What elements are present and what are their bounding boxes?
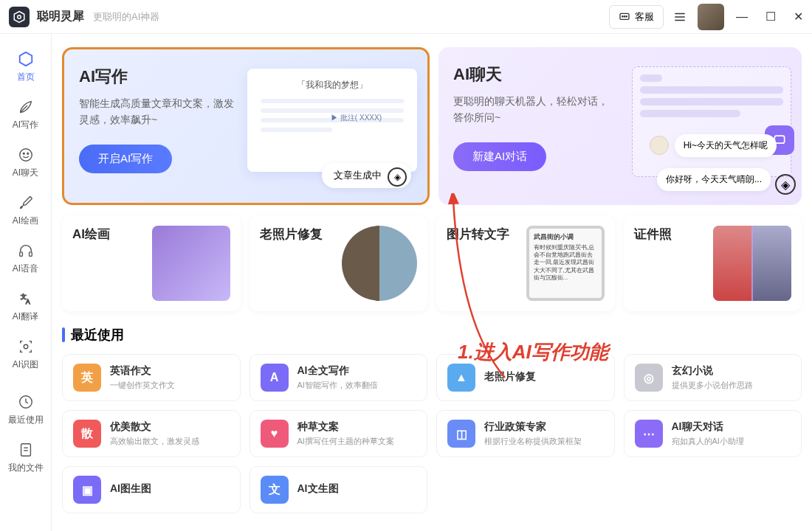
section-title-recent: 最近使用	[71, 326, 124, 344]
user-avatar[interactable]	[698, 4, 724, 30]
svg-point-1	[18, 15, 21, 18]
recent-icon: ▲	[447, 364, 475, 392]
history-icon	[17, 393, 35, 411]
feature-card-draw[interactable]: AI绘画	[62, 215, 241, 311]
feature-row: AI绘画 老照片修复 图片转文字 武昌街的小调 有时候到重庆随买书,总会不自觉地…	[62, 215, 802, 311]
svg-point-12	[23, 153, 24, 154]
sidebar-item-translate[interactable]: 文AAI翻译	[0, 282, 51, 330]
headphone-icon	[17, 242, 35, 260]
feature-card-ocr[interactable]: 图片转文字 武昌街的小调 有时候到重庆随买书,总会不自觉地跑武昌街去走一回,最近…	[436, 215, 615, 311]
recent-title: 行业政策专家	[484, 420, 582, 434]
recent-title: AI图生图	[110, 482, 151, 496]
chat-mock	[632, 66, 791, 177]
recent-title: 种草文案	[297, 420, 394, 434]
recent-icon: ⋯	[635, 420, 663, 448]
recent-card[interactable]: 散 优美散文 高效输出散文，激发灵感	[62, 410, 241, 457]
svg-rect-15	[29, 252, 32, 257]
recent-card[interactable]: ◫ 行业政策专家 根据行业名称提供政策框架	[436, 410, 615, 457]
recent-card[interactable]: ▲ 老照片修复	[436, 354, 615, 401]
sidebar-item-chat[interactable]: AI聊天	[0, 139, 51, 187]
feature-card-photo-restore[interactable]: 老照片修复	[250, 215, 428, 311]
sidebar: 首页 AI写作 AI聊天 AI绘画 AI语音 文AAI翻译 AI识图 最近使用 …	[0, 34, 52, 531]
cs-label: 客服	[635, 10, 654, 24]
recent-desc: AI撰写任何主题的种草文案	[297, 436, 394, 447]
tagline: 更聪明的AI神器	[93, 10, 159, 24]
recent-card[interactable]: ◎ 玄幻小说 提供更多小说创作思路	[624, 354, 802, 401]
sidebar-item-draw[interactable]: AI绘画	[0, 187, 51, 235]
app-logo	[9, 7, 30, 27]
feature-card-idphoto[interactable]: 证件照	[624, 215, 802, 311]
feather-icon	[17, 98, 35, 116]
svg-point-18	[24, 344, 28, 349]
photo-thumb	[342, 226, 417, 301]
scan-icon	[17, 338, 35, 355]
sidebar-item-writing[interactable]: AI写作	[0, 91, 51, 139]
recent-icon: ◫	[447, 420, 475, 448]
recent-card[interactable]: 英 英语作文 一键创作英文作文	[62, 354, 241, 401]
svg-point-4	[624, 15, 625, 16]
recent-icon: ▣	[73, 476, 101, 504]
new-chat-button[interactable]: 新建AI对话	[453, 142, 546, 171]
recent-card[interactable]: ⋯ AI聊天对话 宛如真人的AI小助理	[624, 410, 802, 457]
recent-desc: 提供更多小说创作思路	[672, 380, 753, 391]
svg-point-11	[19, 149, 32, 162]
svg-marker-9	[19, 52, 32, 66]
hamburger-menu-button[interactable]	[671, 8, 689, 26]
chat-bubble-user: Hi~今天的天气怎样呢	[675, 134, 777, 157]
sidebar-item-ocr[interactable]: AI识图	[0, 330, 51, 378]
recent-card[interactable]: ▣ AI图生图	[62, 466, 241, 513]
recent-desc: AI智能写作，效率翻倍	[297, 380, 378, 391]
draw-thumb	[152, 226, 230, 301]
recent-desc: 一键创作英文作文	[110, 380, 175, 391]
translate-icon: 文A	[17, 290, 35, 308]
hero-card-writing[interactable]: AI写作 智能生成高质量文章和文案，激发灵感，效率飙升~ 开启AI写作 AI 「…	[62, 47, 430, 205]
recent-icon: ♥	[261, 420, 289, 448]
main-content: AI写作 智能生成高质量文章和文案，激发灵感，效率飙升~ 开启AI写作 AI 「…	[52, 34, 812, 531]
svg-rect-14	[19, 252, 22, 257]
sidebar-item-recent[interactable]: 最近使用	[0, 386, 51, 434]
maximize-button[interactable]: ☐	[765, 10, 776, 24]
recent-icon: 散	[73, 420, 101, 448]
titlebar: 聪明灵犀 更聪明的AI神器 客服 — ☐ ✕	[0, 0, 812, 34]
recent-title: 优美散文	[110, 420, 199, 434]
customer-service-button[interactable]: 客服	[609, 5, 664, 29]
recent-title: AI聊天对话	[672, 420, 744, 434]
chat-icon	[619, 11, 630, 23]
recent-icon: 英	[73, 364, 101, 392]
brush-icon	[17, 194, 35, 212]
minimize-button[interactable]: —	[736, 10, 748, 24]
generating-chip: 文章生成中 ◈	[322, 163, 411, 188]
recent-icon: A	[261, 364, 289, 392]
recent-desc: 根据行业名称提供政策框架	[484, 436, 582, 447]
recent-card[interactable]: ♥ 种草文案 AI撰写任何主题的种草文案	[250, 410, 428, 457]
logo-mini-icon: ◈	[775, 174, 796, 195]
sidebar-item-voice[interactable]: AI语音	[0, 235, 51, 282]
chat-bubble-reply: 你好呀，今天天气晴朗...	[657, 168, 771, 191]
sidebar-item-files[interactable]: 我的文件	[0, 434, 51, 482]
sidebar-item-home[interactable]: 首页	[0, 43, 51, 91]
hero-writing-desc: 智能生成高质量文章和文案，激发灵感，效率飙升~	[79, 95, 234, 128]
hero-chat-desc: 更聪明的聊天机器人，轻松对话，答你所问~	[453, 93, 608, 126]
recent-title: 玄幻小说	[672, 364, 753, 378]
ocr-thumb: 武昌街的小调 有时候到重庆随买书,总会不自觉地跑武昌街去走一回,最近发现武昌街大…	[526, 226, 605, 301]
recent-desc: 宛如真人的AI小助理	[672, 436, 744, 447]
svg-text:A: A	[26, 298, 30, 305]
recent-card[interactable]: A AI全文写作 AI智能写作，效率翻倍	[250, 354, 428, 401]
app-name: 聪明灵犀	[37, 9, 84, 24]
file-icon	[17, 441, 35, 459]
hero-card-chat[interactable]: AI聊天 更聪明的聊天机器人，轻松对话，答你所问~ 新建AI对话 Hi~今天的天…	[438, 47, 802, 205]
menu-icon	[673, 10, 687, 24]
start-writing-button[interactable]: 开启AI写作	[79, 145, 172, 173]
svg-point-5	[626, 15, 627, 16]
svg-point-3	[622, 15, 623, 16]
window-controls: — ☐ ✕	[736, 10, 803, 24]
recent-icon: 文	[261, 476, 289, 504]
logo-mini-icon: ◈	[388, 167, 407, 187]
section-head-recent: 最近使用	[62, 326, 802, 344]
recent-desc: 高效输出散文，激发灵感	[110, 436, 199, 447]
recent-card[interactable]: 文 AI文生图	[250, 466, 428, 513]
home-icon	[17, 50, 35, 68]
recent-grid: 英 英语作文 一键创作英文作文A AI全文写作 AI智能写作，效率翻倍▲ 老照片…	[62, 354, 802, 513]
svg-marker-0	[14, 11, 24, 22]
close-button[interactable]: ✕	[794, 10, 803, 24]
